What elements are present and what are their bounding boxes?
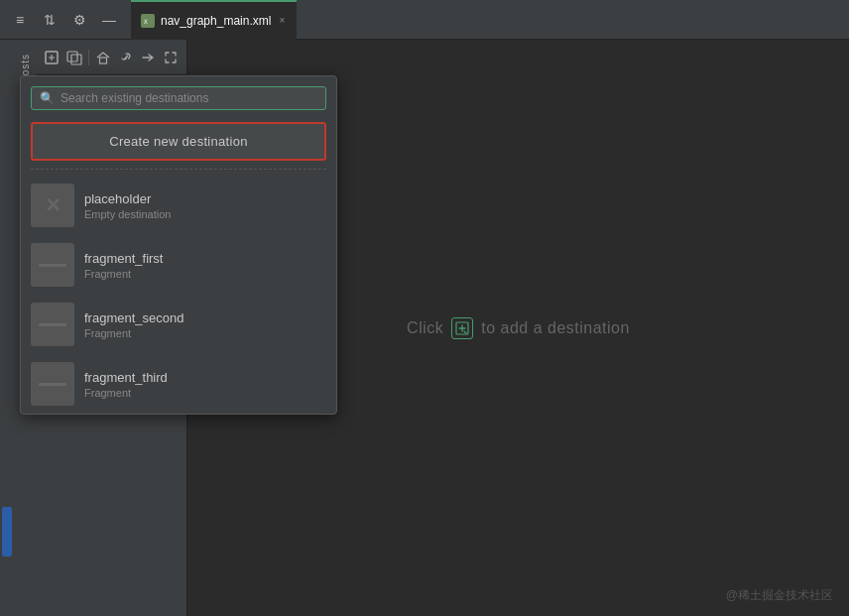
tab-close-button[interactable]: × <box>277 13 287 28</box>
dest-name: fragment_first <box>84 251 163 266</box>
search-input-wrap: 🔍 <box>31 86 326 110</box>
main-area: Hosts <box>0 40 849 616</box>
blue-indicator <box>2 507 12 556</box>
list-item[interactable]: fragment_third Fragment <box>21 354 336 414</box>
menu-icon[interactable]: ≡ <box>8 8 32 32</box>
nav-toolbar <box>36 40 186 75</box>
dest-name: fragment_second <box>84 310 183 325</box>
search-row: 🔍 <box>21 76 336 118</box>
dest-name: placeholder <box>84 191 171 206</box>
create-btn-wrap: Create new destination <box>21 118 336 169</box>
placeholder-x-icon: ✕ <box>45 193 61 217</box>
dest-thumbnail: ✕ <box>31 184 74 227</box>
dest-type: Fragment <box>84 268 163 280</box>
destination-list: ✕ placeholder Empty destination fragment… <box>21 176 336 414</box>
fragment-thumb-line <box>39 323 66 326</box>
dest-type: Empty destination <box>84 208 171 220</box>
svg-text:X: X <box>144 18 148 25</box>
click-hint-pre: Click <box>407 319 443 337</box>
create-new-destination-button[interactable]: Create new destination <box>31 122 326 161</box>
search-icon: 🔍 <box>40 91 55 105</box>
svg-rect-4 <box>71 55 81 64</box>
list-item[interactable]: fragment_first Fragment <box>21 235 336 295</box>
click-hint: Click to add a destination <box>407 317 630 339</box>
swap-icon[interactable]: ⇅ <box>38 8 61 32</box>
svg-rect-3 <box>67 52 77 62</box>
minimize-icon[interactable]: — <box>97 8 121 32</box>
dest-thumbnail <box>31 303 74 346</box>
dest-info: placeholder Empty destination <box>84 191 171 220</box>
action-icon[interactable] <box>138 45 159 70</box>
dest-type: Fragment <box>84 327 183 339</box>
svg-rect-5 <box>100 58 107 63</box>
search-input[interactable] <box>61 91 317 105</box>
left-strip <box>0 40 14 616</box>
watermark: @稀土掘金技术社区 <box>726 587 833 604</box>
tab-bar: ≡ ⇅ ⚙ — X nav_graph_main.xml × <box>0 0 849 40</box>
dest-type: Fragment <box>84 387 168 399</box>
nav-panel: 🔍 Create new destination ✕ placeholder <box>36 40 187 616</box>
divider <box>31 169 326 170</box>
destination-dropdown: 🔍 Create new destination ✕ placeholder <box>20 75 337 415</box>
dest-info: fragment_second Fragment <box>84 310 183 339</box>
add-destination-inline-icon[interactable] <box>451 317 473 339</box>
fragment-thumb-line <box>39 264 66 267</box>
link-icon[interactable] <box>115 45 136 70</box>
list-item[interactable]: ✕ placeholder Empty destination <box>21 176 336 235</box>
home-icon[interactable] <box>93 45 114 70</box>
dest-info: fragment_third Fragment <box>84 370 168 399</box>
xml-file-icon: X <box>141 14 155 28</box>
tab-bar-left-icons: ≡ ⇅ ⚙ — <box>8 8 121 32</box>
fragment-thumb-line <box>39 383 66 386</box>
dest-info: fragment_first Fragment <box>84 251 163 280</box>
dest-thumbnail <box>31 362 74 406</box>
destination-icon[interactable] <box>42 45 62 70</box>
nested-graph-icon[interactable] <box>64 45 85 70</box>
expand-icon[interactable] <box>160 45 181 70</box>
list-item[interactable]: fragment_second Fragment <box>21 295 336 354</box>
separator <box>88 50 89 65</box>
dest-name: fragment_third <box>84 370 168 385</box>
tab-label: nav_graph_main.xml <box>161 14 271 28</box>
tab-nav-graph-main[interactable]: X nav_graph_main.xml × <box>131 0 297 40</box>
settings-icon[interactable]: ⚙ <box>67 8 91 32</box>
dest-thumbnail <box>31 243 74 287</box>
click-hint-post: to add a destination <box>481 319 630 337</box>
